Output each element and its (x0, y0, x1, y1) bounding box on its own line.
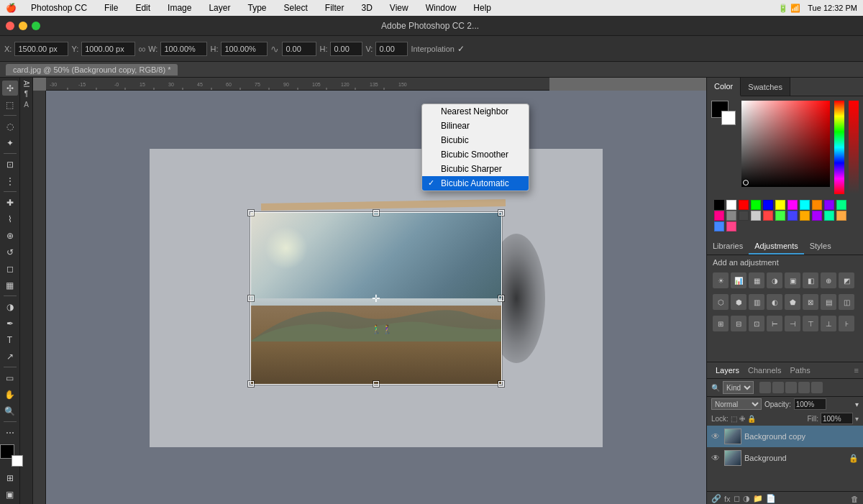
layer-row-bg[interactable]: 👁 Background 🔒 (707, 447, 863, 469)
posterize-icon[interactable]: ⬟ (785, 294, 800, 310)
healing-tool[interactable]: ✚ (2, 195, 18, 210)
paths-tab[interactable]: Paths (786, 365, 815, 376)
stamp-tool[interactable]: ⊕ (2, 228, 18, 243)
close-button[interactable] (6, 22, 14, 30)
x-input[interactable] (14, 42, 68, 56)
crop-tool[interactable]: ⊡ (2, 157, 18, 172)
swatch-item[interactable] (836, 200, 846, 210)
layers-tab[interactable]: Layers (711, 365, 744, 376)
color-balance-icon[interactable]: ⊕ (821, 272, 836, 288)
new-layer-icon[interactable]: 📄 (766, 494, 776, 503)
adj-icon-bottom[interactable]: ◑ (743, 494, 750, 503)
layer-eye-bg[interactable]: 👁 (711, 453, 721, 463)
y-input[interactable] (81, 42, 135, 56)
link-icon[interactable]: ∿ (270, 43, 279, 55)
selection-tool[interactable]: ⬚ (2, 97, 18, 112)
layer-eye-bg-copy[interactable]: 👁 (711, 431, 721, 441)
swatch-item[interactable] (800, 211, 810, 221)
hand-tool[interactable]: ✋ (2, 387, 18, 402)
rotate-input[interactable] (282, 42, 316, 56)
swatch-item[interactable] (775, 200, 785, 210)
swatch-item[interactable] (751, 211, 761, 221)
type-filter-icon[interactable] (785, 382, 797, 393)
shape-tool[interactable]: ▭ (2, 370, 18, 385)
adjustments-tab[interactable]: Adjustments (749, 239, 804, 255)
zoom-tool[interactable]: 🔍 (2, 403, 18, 418)
swatch-item[interactable] (726, 200, 736, 210)
layers-menu-icon[interactable]: ≡ (854, 366, 859, 375)
swatch-item[interactable] (726, 221, 736, 232)
swatch-item[interactable] (763, 200, 773, 210)
libraries-tab[interactable]: Libraries (707, 239, 749, 255)
menu-help[interactable]: Help (470, 3, 494, 13)
history-brush-tool[interactable]: ↺ (2, 244, 18, 260)
lock-all-icon[interactable]: 🔒 (747, 415, 756, 423)
maximize-button[interactable] (32, 22, 40, 30)
color-swatches[interactable] (0, 444, 23, 467)
adj3-8[interactable]: ⊦ (839, 316, 854, 331)
menu-file[interactable]: File (101, 3, 121, 13)
shape-filter-icon[interactable] (798, 382, 810, 393)
swatch-item[interactable] (739, 211, 749, 221)
skew-h-input[interactable] (330, 42, 362, 56)
lock-position-icon[interactable]: ✙ (739, 415, 745, 423)
screen-mode-icon[interactable]: ▣ (2, 487, 18, 503)
handle-top-right[interactable] (498, 210, 504, 216)
ai-icon[interactable]: AI (22, 81, 30, 87)
text-tool[interactable]: T (2, 332, 18, 347)
handle-bot-right[interactable] (498, 381, 504, 387)
swatch-item[interactable] (812, 200, 822, 210)
color-gradient[interactable] (741, 101, 830, 187)
menu-select[interactable]: Select (280, 3, 310, 13)
adj3-3[interactable]: ⊡ (749, 316, 764, 331)
handle-bot-left[interactable] (248, 381, 254, 387)
move-tool[interactable]: ✣ (2, 81, 18, 96)
menu-filter[interactable]: Filter (322, 3, 347, 13)
h-input[interactable] (221, 42, 268, 56)
dropdown-item-bicubic[interactable]: Bicubic (422, 133, 529, 147)
minimize-button[interactable] (19, 22, 27, 30)
smart-filter-icon[interactable] (811, 382, 823, 393)
swatch-item[interactable] (739, 200, 749, 210)
swatch-item[interactable] (714, 221, 724, 232)
dodge-tool[interactable]: ◑ (2, 299, 18, 314)
background-color[interactable] (12, 455, 23, 467)
skew-v-input[interactable] (375, 42, 408, 56)
dropdown-item-bicubic-sharper[interactable]: Bicubic Sharper (422, 162, 529, 176)
blend-mode-select[interactable]: Normal (711, 398, 762, 410)
hue-bar[interactable] (834, 101, 844, 194)
dropdown-item-nearest[interactable]: Nearest Neighbor (422, 104, 529, 119)
edit-mode-icon[interactable]: ⊞ (2, 471, 18, 486)
lock-pixel-icon[interactable]: ⬚ (731, 415, 737, 423)
swatch-item[interactable] (726, 211, 736, 221)
swatch-item[interactable] (714, 200, 724, 210)
background-swatch[interactable] (721, 111, 736, 125)
brush-tool[interactable]: ⌇ (2, 211, 18, 226)
fg-bg-swatches[interactable] (711, 101, 737, 127)
menu-image[interactable]: Image (165, 3, 194, 13)
handle-bot-mid[interactable] (373, 381, 379, 387)
swatch-item[interactable] (812, 211, 822, 221)
brightness-icon[interactable]: ☀ (713, 272, 729, 288)
adj3-7[interactable]: ⊥ (821, 316, 836, 331)
pen-tool[interactable]: ✒ (2, 316, 18, 331)
document-tab[interactable]: card.jpg @ 50% (Background copy, RGB/8) … (6, 64, 178, 75)
swatch-item[interactable] (836, 211, 846, 221)
hsl-icon[interactable]: ◧ (803, 272, 818, 288)
swatch-item[interactable] (824, 200, 834, 210)
swatch-item[interactable] (787, 200, 798, 210)
dropdown-item-bicubic-smoother[interactable]: Bicubic Smoother (422, 147, 529, 162)
swatches-tab[interactable]: Swatches (741, 78, 790, 96)
menu-layer[interactable]: Layer (206, 3, 233, 13)
handle-mid-left[interactable] (248, 295, 254, 301)
pixel-filter-icon[interactable] (759, 382, 771, 393)
menu-type[interactable]: Type (245, 3, 269, 13)
menu-3d[interactable]: 3D (359, 3, 375, 13)
photo-layer[interactable]: 🚶‍♂️🚶‍♀️ (250, 212, 502, 385)
group-icon[interactable]: 📁 (753, 494, 763, 503)
menu-edit[interactable]: Edit (132, 3, 153, 13)
menu-photoshop[interactable]: Photoshop CC (28, 3, 90, 13)
fx-icon[interactable]: fx (724, 495, 731, 503)
delete-layer-icon[interactable]: 🗑 (851, 495, 859, 503)
threshold-icon[interactable]: ⊠ (803, 294, 818, 310)
